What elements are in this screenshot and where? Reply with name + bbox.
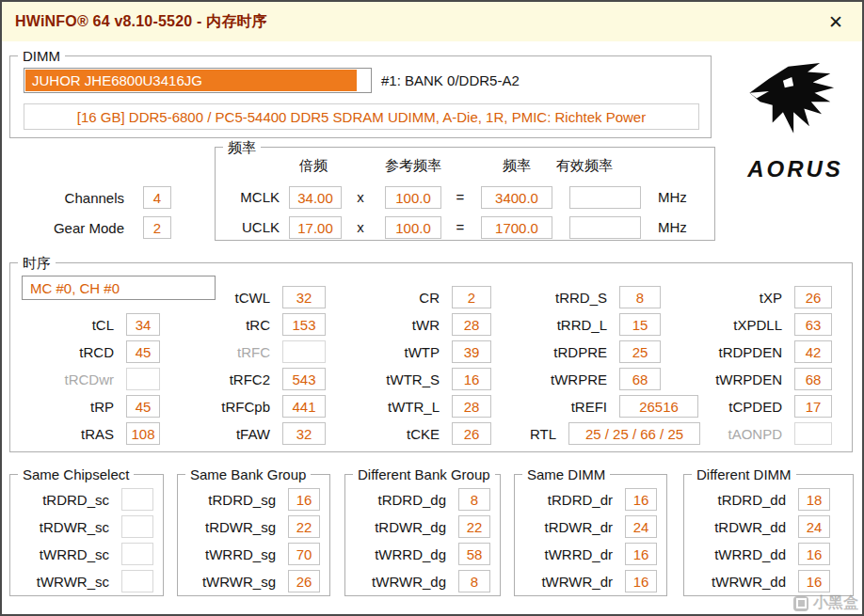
- mclk-label: MCLK: [216, 186, 280, 209]
- hwinfo-memory-timings-window: HWiNFO® 64 v8.10-5520 - 内存时序 ✕ DIMM JUHO…: [0, 0, 864, 616]
- timing-value-field[interactable]: 24: [798, 515, 830, 538]
- timing-value-field[interactable]: 16: [288, 488, 320, 511]
- timing-value-field[interactable]: 17: [794, 395, 832, 418]
- mclk-multiplier-field[interactable]: 34.00: [289, 186, 342, 209]
- timing-value-field[interactable]: 8: [619, 286, 661, 308]
- timing-label: tRDRD_sg: [185, 492, 276, 508]
- timing-twrpre: tWRPRE 68: [509, 368, 661, 390]
- timing-value-field[interactable]: 63: [794, 313, 832, 336]
- timing-label: tRFCpb: [180, 399, 270, 415]
- timing-value-field[interactable]: 22: [288, 515, 320, 538]
- timing-trdwr-sc: tRDWR_sc: [18, 515, 153, 538]
- timing-value-field[interactable]: 26: [288, 570, 320, 592]
- timing-value-field[interactable]: 70: [288, 543, 320, 565]
- timing-label: tWRRD_dr: [522, 546, 613, 562]
- timing-value-field[interactable]: 24: [625, 515, 657, 538]
- different-bank-group-label: Different Bank Group: [353, 466, 495, 482]
- uclk-multiplier-field[interactable]: 17.00: [289, 216, 342, 239]
- timing-cr: CR 2: [345, 286, 491, 308]
- timing-value-field[interactable]: 153: [282, 313, 326, 336]
- timing-value-field[interactable]: 108: [126, 422, 160, 445]
- timing-value-field[interactable]: 18: [798, 488, 830, 511]
- timing-value-field[interactable]: 16: [625, 543, 657, 565]
- timing-trdrd-dr: tRDRD_dr 16: [522, 488, 657, 511]
- timing-trdpre: tRDPRE 25: [509, 340, 661, 363]
- mclk-frequency-field[interactable]: 3400.0: [481, 186, 552, 209]
- timing-label: tWRRD_dd: [692, 546, 786, 562]
- timing-value-field[interactable]: 34: [126, 313, 160, 336]
- title-bar[interactable]: HWiNFO® 64 v8.10-5520 - 内存时序 ✕: [2, 2, 862, 41]
- timing-value-field[interactable]: 26: [794, 286, 832, 308]
- timing-tfaw: tFAW 32: [180, 422, 326, 445]
- timing-value-field: [794, 422, 832, 445]
- watermark: 小黑盒: [793, 593, 858, 613]
- timing-value-field[interactable]: 28: [452, 313, 491, 336]
- timing-value-field[interactable]: 68: [794, 368, 832, 390]
- timing-label: tXPDLL: [684, 317, 782, 333]
- aorus-falcon-icon: [743, 58, 848, 149]
- timing-value-field[interactable]: 25 / 25 / 66 / 25: [568, 422, 700, 445]
- reference-clock-header: 参考频率: [376, 157, 451, 175]
- uclk-frequency-field[interactable]: 1700.0: [481, 216, 552, 239]
- timing-label: tRCDwr: [20, 371, 114, 387]
- timing-label: tRDRD_dg: [353, 492, 446, 508]
- timing-value-field[interactable]: 26: [452, 422, 491, 445]
- channels-label: Channels: [32, 190, 124, 206]
- timing-value-field[interactable]: 68: [619, 368, 661, 390]
- close-icon[interactable]: ✕: [823, 13, 849, 31]
- timing-label: CR: [345, 290, 440, 306]
- timing-value-field: [121, 515, 153, 538]
- mclk-row: MCLK 34.00 x 100.0 = 3400.0 MHz: [216, 186, 714, 209]
- timing-label: tCWL: [180, 290, 270, 306]
- timing-label: tWTP: [345, 344, 440, 360]
- timing-value-field[interactable]: 45: [126, 395, 160, 418]
- timing-value-field[interactable]: 32: [282, 286, 326, 308]
- timing-value-field[interactable]: 58: [458, 543, 490, 565]
- timing-trp: tRP 45: [20, 395, 160, 418]
- timing-value-field[interactable]: 15: [619, 313, 661, 336]
- timing-label: tRDPDEN: [684, 344, 782, 360]
- timing-trefi: tREFI 26516: [509, 395, 698, 418]
- timing-value-field[interactable]: 8: [458, 488, 490, 511]
- timing-label: tRRD_L: [509, 317, 607, 333]
- mclk-reference-field[interactable]: 100.0: [385, 186, 441, 209]
- timing-trfc2: tRFC2 543: [180, 368, 326, 390]
- timing-trdpden: tRDPDEN 42: [684, 340, 832, 363]
- timing-value-field[interactable]: 22: [458, 515, 490, 538]
- timing-value-field[interactable]: 16: [625, 488, 657, 511]
- timing-value-field[interactable]: 28: [452, 395, 491, 418]
- timing-value-field[interactable]: 441: [282, 395, 326, 418]
- timing-twrwr-dr: tWRWR_dr 16: [522, 570, 657, 592]
- timing-value-field[interactable]: 16: [452, 368, 491, 390]
- timing-label: tRDPRE: [509, 344, 607, 360]
- channels-value-field[interactable]: 4: [143, 186, 171, 209]
- dimm-selected-module: JUHOR JHE6800U3416JG: [25, 70, 357, 91]
- gear-mode-value-field[interactable]: 2: [143, 216, 171, 239]
- timing-label: tRC: [180, 317, 270, 333]
- timing-twrrd-dr: tWRRD_dr 16: [522, 543, 657, 565]
- timing-value-field[interactable]: 16: [798, 570, 830, 592]
- timing-twrwr-sc: tWRWR_sc: [18, 570, 153, 592]
- timing-trfc: tRFC: [180, 340, 326, 363]
- dimm-selector-combobox[interactable]: JUHOR JHE6800U3416JG: [24, 68, 372, 93]
- timing-value-field[interactable]: 2: [452, 286, 491, 308]
- mclk-effective-field: [569, 186, 641, 209]
- timing-value-field[interactable]: 543: [282, 368, 326, 390]
- timing-label: tCPDED: [684, 399, 782, 415]
- timing-trcdwr: tRCDwr: [20, 368, 160, 390]
- window-title: HWiNFO® 64 v8.10-5520 - 内存时序: [15, 12, 267, 32]
- uclk-reference-field[interactable]: 100.0: [385, 216, 441, 239]
- timing-label: tWRWR_dg: [353, 574, 446, 590]
- timing-value-field[interactable]: 16: [798, 543, 830, 565]
- timing-value-field[interactable]: 45: [126, 340, 160, 363]
- timing-value-field[interactable]: 25: [619, 340, 661, 363]
- timing-twrrd-sg: tWRRD_sg 70: [185, 543, 320, 565]
- timing-value-field[interactable]: 32: [282, 422, 326, 445]
- timing-value-field[interactable]: 42: [794, 340, 832, 363]
- timing-tcl: tCL 34: [20, 313, 160, 336]
- timing-tcwl: tCWL 32: [180, 286, 326, 308]
- uclk-effective-field: [569, 216, 641, 239]
- timing-value-field[interactable]: 39: [452, 340, 491, 363]
- timing-value-field[interactable]: 8: [458, 570, 490, 592]
- timing-value-field[interactable]: 16: [625, 570, 657, 592]
